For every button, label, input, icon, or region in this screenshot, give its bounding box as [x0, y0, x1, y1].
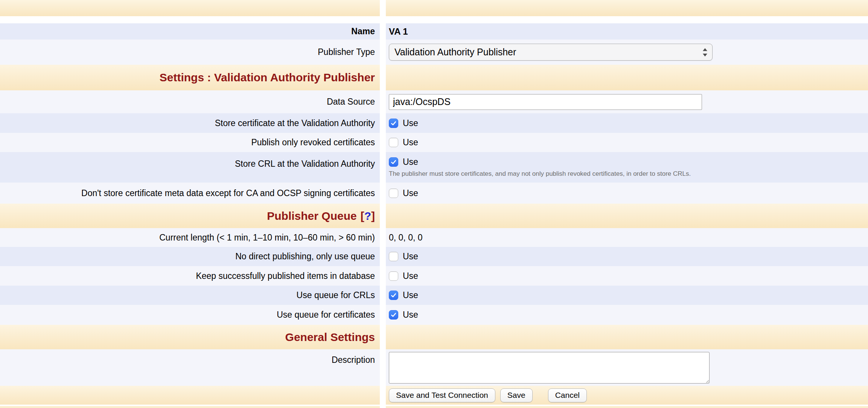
data-source-row: Data Source [0, 90, 868, 113]
cancel-button[interactable]: Cancel [548, 388, 587, 402]
queue-for-certificates-checkbox[interactable] [389, 310, 398, 320]
column-divider [380, 325, 386, 349]
column-divider [380, 305, 386, 325]
use-label: Use [403, 251, 418, 262]
store-certificate-label: Store certificate at the Validation Auth… [215, 118, 375, 129]
data-source-input[interactable] [389, 94, 702, 110]
settings-section-header-row: Settings : Validation Authority Publishe… [0, 65, 868, 90]
dont-store-metadata-label: Don't store certificate meta data except… [81, 188, 375, 199]
column-divider [380, 16, 386, 23]
column-divider [380, 113, 386, 133]
no-direct-publishing-checkbox[interactable] [389, 252, 398, 261]
top-spacer [0, 16, 868, 23]
no-direct-publishing-label: No direct publishing, only use queue [235, 251, 375, 262]
dont-store-metadata-checkbox[interactable] [389, 189, 398, 198]
publisher-queue-help-link[interactable]: ? [364, 210, 371, 222]
publish-only-revoked-checkbox[interactable] [389, 138, 398, 147]
queue-for-crls-label: Use queue for CRLs [297, 290, 375, 301]
name-value: VA 1 [389, 26, 408, 37]
current-length-row: Current length (< 1 min, 1–10 min, 10–60… [0, 228, 868, 247]
general-settings-title: General Settings [285, 331, 375, 344]
keep-published-checkbox[interactable] [389, 271, 398, 281]
column-divider [380, 266, 386, 286]
publisher-queue-header-row: Publisher Queue[?] [0, 204, 868, 228]
publish-only-revoked-label: Publish only revoked certificates [251, 137, 375, 148]
column-divider [380, 40, 386, 65]
general-settings-header-row: General Settings [0, 325, 868, 349]
column-divider [380, 406, 386, 408]
store-crl-label: Store CRL at the Validation Authority [235, 158, 375, 169]
column-divider [380, 152, 386, 183]
column-divider [380, 386, 386, 405]
select-stepper-icon [701, 47, 709, 58]
column-divider [380, 23, 386, 40]
column-divider [380, 349, 386, 386]
name-label: Name [351, 26, 375, 37]
column-divider [380, 204, 386, 228]
column-divider [380, 90, 386, 113]
store-crl-checkbox[interactable] [389, 157, 398, 167]
publisher-type-selected-value: Validation Authority Publisher [394, 47, 516, 58]
column-divider [380, 247, 386, 266]
use-label: Use [403, 188, 418, 198]
store-crl-row: Store CRL at the Validation Authority Us… [0, 152, 868, 183]
use-label: Use [403, 290, 418, 300]
current-length-label: Current length (< 1 min, 1–10 min, 10–60… [159, 232, 375, 243]
queue-for-crls-row: Use queue for CRLs Use [0, 286, 868, 305]
store-crl-note: The publisher must store certificates, a… [389, 170, 691, 178]
use-label: Use [403, 157, 418, 167]
keep-published-label: Keep successfully published items in dat… [196, 271, 375, 282]
help-bracket-close: ] [371, 210, 375, 222]
column-divider [380, 65, 386, 90]
store-certificate-row: Store certificate at the Validation Auth… [0, 113, 868, 133]
publisher-type-label: Publisher Type [318, 47, 375, 58]
column-divider [380, 0, 386, 16]
dont-store-metadata-row: Don't store certificate meta data except… [0, 183, 868, 204]
use-label: Use [403, 271, 418, 281]
queue-for-certificates-label: Use queue for certificates [277, 309, 375, 320]
publish-only-revoked-row: Publish only revoked certificates Use [0, 133, 868, 152]
column-divider [380, 286, 386, 305]
column-divider [380, 133, 386, 152]
store-certificate-checkbox[interactable] [389, 119, 398, 128]
queue-for-crls-checkbox[interactable] [389, 291, 398, 300]
save-button[interactable]: Save [500, 388, 533, 402]
data-source-label: Data Source [327, 96, 375, 107]
actions-row: Save and Test Connection Save Cancel [0, 386, 868, 405]
current-length-value: 0, 0, 0, 0 [389, 233, 423, 243]
description-label: Description [332, 355, 375, 365]
queue-for-certificates-row: Use queue for certificates Use [0, 305, 868, 325]
publisher-type-select[interactable]: Validation Authority Publisher [389, 44, 713, 61]
use-label: Use [403, 137, 418, 148]
save-and-test-connection-button[interactable]: Save and Test Connection [389, 388, 495, 402]
use-label: Use [403, 118, 418, 128]
column-divider [380, 183, 386, 204]
settings-section-title: Settings : Validation Authority Publishe… [160, 71, 375, 84]
column-divider [380, 228, 386, 247]
description-textarea[interactable] [389, 352, 710, 384]
keep-published-row: Keep successfully published items in dat… [0, 266, 868, 286]
no-direct-publishing-row: No direct publishing, only use queue Use [0, 247, 868, 266]
description-row: Description [0, 349, 868, 386]
publisher-queue-title: Publisher Queue [267, 210, 356, 222]
name-row: Name VA 1 [0, 23, 868, 40]
use-label: Use [403, 310, 418, 320]
top-band [0, 0, 868, 16]
publisher-edit-page: Name VA 1 Publisher Type Validation Auth… [0, 0, 868, 408]
publisher-type-row: Publisher Type Validation Authority Publ… [0, 40, 868, 65]
help-bracket-open: [ [361, 210, 364, 222]
bottom-band [0, 406, 868, 408]
